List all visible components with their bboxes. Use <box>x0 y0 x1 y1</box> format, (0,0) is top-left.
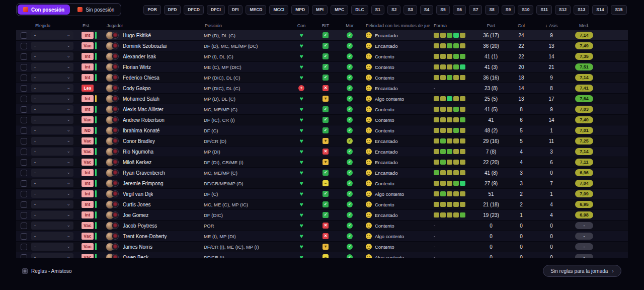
row-checkbox[interactable] <box>21 223 27 229</box>
col-header-felicidad[interactable]: Felicidad con los minutos de jue... <box>362 23 430 28</box>
position-filter-button[interactable]: S3 <box>404 5 417 15</box>
col-header-jugador[interactable]: Jugador <box>106 23 204 28</box>
position-select[interactable]: - <box>31 105 73 113</box>
position-filter-button[interactable]: S7 <box>469 5 482 15</box>
position-select[interactable]: - <box>31 63 73 71</box>
player-row[interactable]: - Int Joe Gomez DF (DIC) ♥ ✓ <box>16 210 628 221</box>
row-checkbox[interactable] <box>21 138 27 144</box>
position-select[interactable]: - <box>31 95 73 103</box>
player-row[interactable]: - Vac Jacob Poytress POR ♥ ✕ <box>16 221 628 231</box>
position-filter-button[interactable]: MPI <box>312 5 328 15</box>
position-filter-button[interactable]: DFD <box>164 5 181 15</box>
player-row[interactable]: - Int Hugo Ekitiké MP (D), DL (C) ♥ ✓ <box>16 30 628 41</box>
tab-sin-posesion[interactable]: Sin posesión <box>72 5 120 15</box>
col-header-est[interactable]: Est. <box>82 23 106 28</box>
position-filter-button[interactable]: S9 <box>502 5 515 15</box>
row-checkbox[interactable] <box>21 75 27 81</box>
player-row[interactable]: - Vac Miloš Kerkez DF (DI), CR/ME (I) ♥ … <box>16 157 628 168</box>
col-header-mor[interactable]: Mor <box>338 23 362 28</box>
position-filter-button[interactable]: S10 <box>518 5 533 15</box>
position-select[interactable]: - <box>31 211 73 219</box>
row-checkbox[interactable] <box>21 191 27 197</box>
position-select[interactable]: - <box>31 148 73 156</box>
player-row[interactable]: - Int Mohamed Salah MP (D), DL (C) ♥ ▾ <box>16 94 628 104</box>
row-checkbox[interactable] <box>21 244 27 250</box>
position-select[interactable]: - <box>31 232 73 240</box>
position-filter-button[interactable]: POR <box>143 5 160 15</box>
row-checkbox[interactable] <box>21 96 27 102</box>
position-select[interactable]: - <box>31 84 73 92</box>
position-filter-button[interactable]: DFI <box>228 5 243 15</box>
position-select[interactable]: - <box>31 222 73 230</box>
position-filter-button[interactable]: DFCD <box>184 5 204 15</box>
player-row[interactable]: - Les Cody Gakpo MP (DIC), DL (C) + ✕ <box>16 83 628 94</box>
tab-con-posesion[interactable]: Con posesión <box>18 5 70 15</box>
player-row[interactable]: - Vac Trent Kone-Doherty ME (I), MP (DI)… <box>16 231 628 242</box>
position-select[interactable]: - <box>31 179 73 187</box>
position-filter-button[interactable]: MPD <box>291 5 309 15</box>
row-checkbox[interactable] <box>21 254 27 258</box>
row-checkbox[interactable] <box>21 117 27 123</box>
row-checkbox[interactable] <box>21 64 27 70</box>
row-checkbox[interactable] <box>21 85 27 92</box>
row-checkbox[interactable] <box>21 159 27 166</box>
position-filter-button[interactable]: S2 <box>387 5 400 15</box>
player-row[interactable]: - Vac Rio Ngumoha MP (DI) ♥ ✕ <box>16 147 628 157</box>
player-row[interactable]: - Vac Owen Beck DF/CR (I) ♥ – <box>16 252 628 258</box>
position-filter-button[interactable]: S8 <box>485 5 498 15</box>
position-select[interactable]: - <box>31 52 73 60</box>
position-filter-button[interactable]: DFCI <box>207 5 225 15</box>
row-checkbox[interactable] <box>21 170 27 176</box>
position-filter-button[interactable]: S5 <box>436 5 449 15</box>
row-checkbox[interactable] <box>21 127 27 134</box>
position-select[interactable]: - <box>31 116 73 124</box>
col-header-med[interactable]: Med. <box>568 23 601 28</box>
col-header-elegido[interactable]: Elegido <box>31 23 82 28</box>
position-filter-button[interactable]: MPC <box>331 5 348 15</box>
col-header-forma[interactable]: Forma <box>430 23 475 28</box>
position-filter-button[interactable]: S6 <box>453 5 466 15</box>
player-row[interactable]: - Int Curtis Jones MC, ME (C), MP (IC) ♥… <box>16 199 628 210</box>
player-row[interactable]: - Vac Conor Bradley DF/CR (D) ♥ ▾ <box>16 136 628 147</box>
col-header-posicion[interactable]: Posición <box>204 23 289 28</box>
col-header-con[interactable]: Con <box>289 23 313 28</box>
position-filter-button[interactable]: MCCI <box>269 5 288 15</box>
row-checkbox[interactable] <box>21 149 27 155</box>
position-select[interactable]: - <box>31 190 73 198</box>
position-filter-button[interactable]: S1 <box>371 5 384 15</box>
player-row[interactable]: - Vac James Norris DF/CR (I), ME (IC), M… <box>16 242 628 252</box>
position-filter-button[interactable]: S15 <box>611 5 626 15</box>
player-row[interactable]: - Int Alexis Mac Allister MC, ME/MP (C) … <box>16 104 628 115</box>
position-select[interactable]: - <box>31 74 73 82</box>
position-select[interactable]: - <box>31 243 73 251</box>
player-row[interactable]: - Int Ryan Gravenberch MC, ME/MP (C) ♥ ✓ <box>16 168 628 178</box>
player-row[interactable]: - Int Federico Chiesa MP (DIC), DL (C) ♥… <box>16 72 628 83</box>
player-row[interactable]: - Int Jeremie Frimpong DF/CR/ME/MP (D) ♥… <box>16 178 628 189</box>
position-select[interactable]: - <box>31 253 73 258</box>
col-header-asis[interactable]: ↓ Asis <box>535 23 568 28</box>
position-filter-button[interactable]: DLC <box>351 5 368 15</box>
no-rules-button[interactable]: Sin reglas para la jornada › <box>543 265 621 277</box>
position-select[interactable]: - <box>31 137 73 145</box>
player-row[interactable]: - Vac Dominik Szoboszlai DF (D), MC, ME/… <box>16 41 628 51</box>
position-select[interactable]: - <box>31 200 73 208</box>
player-row[interactable]: - ND Ibrahima Konaté DF (C) ♥ ✓ <box>16 125 628 136</box>
position-filter-button[interactable]: S12 <box>555 5 571 15</box>
position-select[interactable]: - <box>31 158 73 166</box>
position-filter-button[interactable]: S4 <box>420 5 433 15</box>
row-checkbox[interactable] <box>21 233 27 240</box>
position-select[interactable]: - <box>31 31 73 39</box>
row-checkbox[interactable] <box>21 53 27 60</box>
row-checkbox[interactable] <box>21 106 27 113</box>
player-row[interactable]: - Int Virgil van Dijk DF (C) ♥ ✓ <box>16 189 628 199</box>
row-checkbox[interactable] <box>21 32 27 39</box>
position-filter-button[interactable]: S11 <box>536 5 552 15</box>
row-checkbox[interactable] <box>21 212 27 219</box>
row-checkbox[interactable] <box>21 201 27 208</box>
col-header-gol[interactable]: Gol <box>507 23 535 28</box>
position-filter-button[interactable]: S13 <box>574 5 589 15</box>
player-row[interactable]: - Vac Andrew Robertson DF (IC), CR (I) ♥… <box>16 115 628 125</box>
col-header-rit[interactable]: RIT <box>313 23 338 28</box>
row-checkbox[interactable] <box>21 180 27 187</box>
position-select[interactable]: - <box>31 126 73 134</box>
